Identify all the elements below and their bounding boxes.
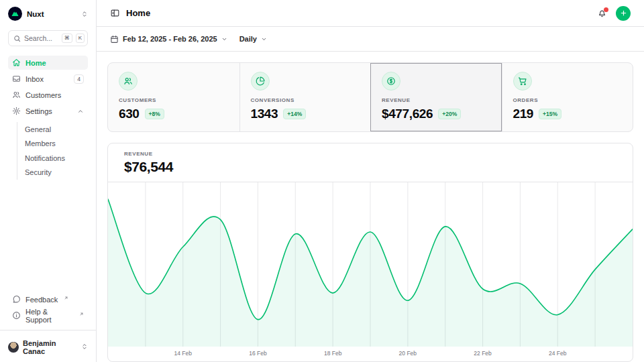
stat-card-orders[interactable]: ORDERS 219 +15%: [502, 63, 633, 131]
sidebar-item-label: Home: [25, 59, 46, 67]
help-support-label: Help & Support: [25, 308, 73, 324]
main-area: Home Feb 12, 2025 - Feb 26, 2025: [97, 0, 644, 362]
app-window: Nuxt Search... ⌘ K Home: [0, 0, 644, 362]
notification-dot: [604, 7, 608, 12]
add-button[interactable]: [616, 6, 631, 21]
sidebar-nav: Home Inbox 4 Customers Settings: [8, 56, 88, 180]
stat-value: $477,626: [382, 107, 433, 121]
chevron-down-icon: [221, 36, 227, 42]
kbd-k: K: [76, 34, 85, 43]
chart-header: REVENUE $76,544: [108, 143, 633, 182]
sidebar-item-members[interactable]: Members: [25, 137, 88, 152]
search-icon: [13, 35, 21, 42]
stat-delta-badge: +20%: [438, 109, 461, 119]
chevron-down-icon: [261, 36, 267, 42]
stat-card-conversions[interactable]: CONVERSIONS 1343 +14%: [239, 63, 371, 131]
stat-delta-badge: +14%: [283, 109, 306, 119]
feedback-label: Feedback: [25, 296, 58, 304]
sidebar-item-settings[interactable]: Settings: [8, 104, 88, 118]
granularity-label: Daily: [239, 35, 257, 43]
divider: [0, 330, 96, 330]
x-axis-tick-label: 14 Feb: [174, 350, 192, 357]
revenue-chart-card: REVENUE $76,544 14 Feb16 Feb18 Feb20 Feb…: [107, 143, 633, 362]
help-support-link[interactable]: Help & Support: [8, 308, 88, 322]
stat-label: CUSTOMERS: [119, 97, 229, 103]
calendar-icon: [110, 35, 119, 44]
x-axis-tick-label: 20 Feb: [399, 350, 417, 357]
users-icon: [12, 90, 21, 99]
stat-card-revenue[interactable]: REVENUE $477,626 +20%: [370, 63, 502, 131]
search-placeholder: Search...: [24, 34, 58, 42]
chart-x-axis: 14 Feb16 Feb18 Feb20 Feb22 Feb24 Feb: [108, 347, 633, 361]
info-circle-icon: [12, 311, 21, 320]
notifications-button[interactable]: [597, 8, 607, 18]
stat-label: ORDERS: [513, 97, 623, 103]
workspace-switcher[interactable]: Nuxt: [8, 7, 88, 21]
workspace-name: Nuxt: [27, 10, 44, 18]
pie-chart-icon: [251, 72, 270, 90]
sidebar-item-notifications[interactable]: Notifications: [25, 151, 88, 166]
inbox-count-badge: 4: [74, 74, 84, 84]
users-icon: [119, 72, 138, 90]
date-range-picker[interactable]: Feb 12, 2025 - Feb 26, 2025: [110, 35, 227, 44]
stat-value: 219: [513, 107, 534, 121]
sidebar-item-label: Inbox: [25, 75, 44, 83]
chart-metric-label: REVENUE: [124, 151, 616, 157]
stat-label: REVENUE: [382, 97, 491, 103]
sidebar-item-label: Customers: [25, 91, 61, 99]
user-name: Benjamin Canac: [23, 339, 77, 355]
revenue-area-chart[interactable]: [108, 182, 633, 347]
external-link-icon: [79, 312, 84, 316]
shopping-cart-icon: [513, 72, 532, 90]
nuxt-logo-icon: [8, 7, 22, 21]
chat-bubble-icon: [12, 295, 21, 304]
collapse-sidebar-icon[interactable]: [110, 8, 120, 18]
granularity-select[interactable]: Daily: [239, 35, 267, 43]
x-axis-tick-label: 22 Feb: [474, 350, 491, 357]
x-axis-tick-label: 18 Feb: [324, 350, 341, 357]
feedback-link[interactable]: Feedback: [8, 292, 88, 306]
sidebar-item-general[interactable]: General: [25, 122, 88, 137]
stat-value: 1343: [251, 107, 278, 121]
filters-toolbar: Feb 12, 2025 - Feb 26, 2025 Daily: [97, 27, 644, 52]
sidebar-item-home[interactable]: Home: [8, 56, 88, 70]
settings-submenu: General Members Notifications Security: [17, 122, 88, 180]
sidebar-item-inbox[interactable]: Inbox 4: [8, 72, 88, 86]
sidebar-footer: Feedback Help & Support Benjamin Canac: [8, 292, 88, 355]
search-input[interactable]: Search... ⌘ K: [8, 30, 88, 46]
stat-delta-badge: +15%: [539, 109, 561, 119]
external-link-icon: [64, 296, 68, 300]
stat-label: CONVERSIONS: [251, 97, 360, 103]
gear-icon: [12, 107, 21, 115]
sidebar-item-security[interactable]: Security: [25, 166, 88, 180]
x-axis-tick-label: 24 Feb: [549, 350, 566, 357]
home-icon: [12, 58, 21, 67]
chart-metric-value: $76,544: [124, 159, 616, 175]
avatar: [8, 342, 19, 353]
inbox-icon: [12, 74, 21, 83]
user-menu[interactable]: Benjamin Canac: [8, 333, 88, 355]
sidebar-item-label: Settings: [25, 107, 52, 115]
stats-row: CUSTOMERS 630 +8% CONVERSIONS 1343 +14%: [107, 62, 633, 132]
sidebar: Nuxt Search... ⌘ K Home: [0, 0, 97, 362]
page-header: Home: [97, 0, 644, 27]
stat-delta-badge: +8%: [145, 109, 164, 119]
chevron-updown-icon: [81, 8, 88, 20]
page-content: CUSTOMERS 630 +8% CONVERSIONS 1343 +14%: [97, 52, 644, 362]
date-range-label: Feb 12, 2025 - Feb 26, 2025: [123, 35, 217, 43]
dollar-circle-icon: [382, 72, 400, 90]
chevron-up-icon: [77, 108, 84, 115]
x-axis-tick-label: 16 Feb: [249, 350, 266, 357]
kbd-meta: ⌘: [62, 34, 72, 43]
chevron-updown-icon: [81, 343, 88, 351]
stat-card-customers[interactable]: CUSTOMERS 630 +8%: [108, 63, 239, 131]
page-title: Home: [126, 8, 150, 18]
stat-value: 630: [119, 107, 140, 121]
sidebar-item-customers[interactable]: Customers: [8, 88, 88, 102]
